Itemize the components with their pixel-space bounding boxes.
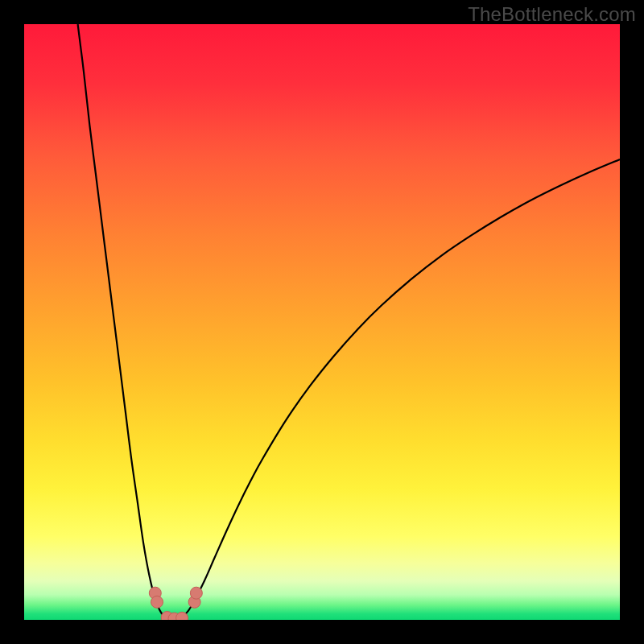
marker-group [149,587,202,620]
watermark-text: TheBottleneck.com [468,3,636,26]
marker-left-cluster [151,596,163,608]
marker-right-cluster [190,587,202,599]
bottleneck-curve [78,24,620,620]
chart-frame: TheBottleneck.com [0,0,644,644]
curve-layer [24,24,620,620]
plot-area [24,24,620,620]
